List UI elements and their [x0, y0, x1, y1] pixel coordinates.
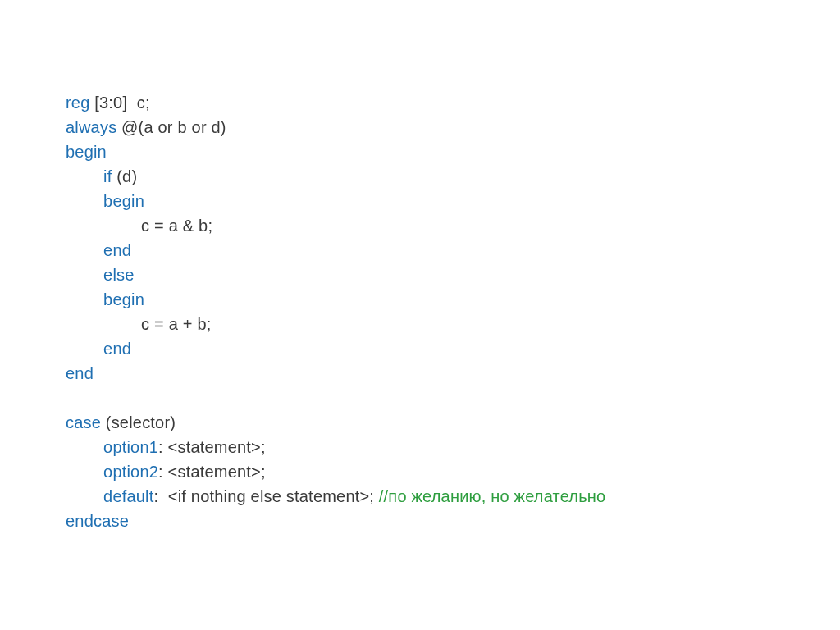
kw-case: case — [66, 413, 101, 431]
if-cond: (d) — [112, 167, 137, 185]
decl-c: [3:0] c; — [90, 94, 150, 112]
case-option2: option2 — [103, 463, 158, 481]
indent — [66, 340, 103, 358]
indent — [66, 290, 103, 308]
kw-else: else — [103, 266, 135, 284]
indent — [66, 487, 103, 505]
case-option2-stmt: : <statement>; — [158, 463, 266, 481]
kw-if: if — [103, 167, 112, 185]
stmt-add: c = a + b; — [141, 315, 211, 333]
kw-end-else: end — [103, 340, 131, 358]
kw-begin-if: begin — [103, 192, 144, 210]
kw-reg: reg — [66, 94, 90, 112]
indent — [66, 192, 103, 210]
indent — [66, 167, 103, 185]
case-selector: (selector) — [101, 413, 176, 431]
verilog-code-block: reg [3:0] c; always @(a or b or d) begin… — [66, 90, 783, 533]
kw-begin-else: begin — [103, 290, 144, 308]
code-slide: reg [3:0] c; always @(a or b or d) begin… — [0, 0, 840, 566]
indent — [66, 241, 103, 259]
case-default: default — [103, 487, 153, 505]
indent — [66, 315, 141, 333]
case-option1: option1 — [103, 438, 158, 456]
kw-endcase: endcase — [66, 512, 129, 530]
kw-end: end — [66, 364, 94, 382]
indent — [66, 217, 141, 235]
case-default-stmt: : <if nothing else statement>; — [154, 487, 379, 505]
kw-end-if: end — [103, 241, 131, 259]
stmt-and: c = a & b; — [141, 217, 212, 235]
comment-ru: //по желанию, но желательно — [379, 487, 606, 505]
case-option1-stmt: : <statement>; — [158, 438, 266, 456]
indent — [66, 463, 103, 481]
kw-begin: begin — [66, 143, 107, 161]
sensitivity-list: @(a or b or d) — [116, 118, 226, 136]
indent — [66, 266, 103, 284]
indent — [66, 438, 103, 456]
kw-always: always — [66, 118, 116, 136]
